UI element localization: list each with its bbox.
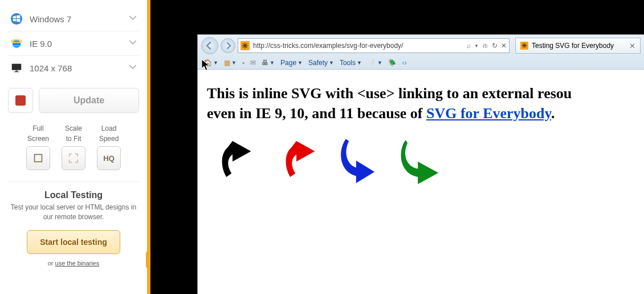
browser-selector[interactable]: IE 9.0 — [8, 31, 139, 56]
forward-button[interactable] — [221, 38, 235, 53]
tool-label: Scale — [65, 124, 82, 132]
favicon-icon: ✳ — [241, 41, 250, 50]
local-testing-title: Local Testing — [8, 190, 139, 200]
firebug-icon[interactable]: 🪲 — [388, 59, 397, 67]
print-icon[interactable]: 🖶▼ — [262, 59, 275, 67]
arrow-right-icon — [224, 42, 232, 50]
url-text: http://css-tricks.com/examples/svg-for-e… — [253, 42, 403, 50]
svg-for-everybody-link[interactable]: SVG for Everybody — [426, 105, 551, 122]
browser-label: IE 9.0 — [30, 39, 129, 49]
page-text: even in IE 9, 10, and 11 because of — [207, 105, 426, 122]
safety-menu[interactable]: Safety▼ — [308, 59, 334, 67]
scale-to-fit-icon — [67, 152, 80, 164]
load-speed-button[interactable]: HQ — [97, 146, 121, 170]
or-text: or — [48, 260, 55, 267]
stop-session-button[interactable] — [8, 88, 33, 113]
page-text: This is inline SVG with <use> linking to… — [207, 85, 572, 102]
svg-rect-7 — [35, 155, 42, 162]
back-button[interactable] — [201, 37, 218, 54]
start-local-testing-button[interactable]: Start local testing — [27, 230, 120, 254]
read-mail-icon[interactable]: ✉ — [250, 59, 256, 67]
favicon-icon: ✳ — [520, 42, 528, 50]
full-screen-icon — [32, 152, 44, 164]
arrow-back-black-icon — [207, 136, 258, 187]
dev-tools-icon[interactable]: ‹› — [402, 59, 407, 67]
svg-rect-5 — [15, 71, 18, 72]
dropdown-icon[interactable]: ▼ — [474, 43, 479, 49]
tab-title: Testing SVG for Everybody — [532, 42, 614, 50]
page-text: . — [551, 105, 555, 122]
help-icon[interactable]: ❔▼ — [368, 59, 382, 67]
arrow-forward-red-icon — [271, 136, 322, 187]
tool-label: Full — [32, 124, 43, 132]
full-screen-button[interactable] — [26, 146, 50, 170]
home-icon[interactable]: 🏠▼ — [203, 59, 218, 67]
address-bar[interactable]: ✳ http://css-tricks.com/examples/svg-for… — [238, 38, 510, 53]
remote-browser-window[interactable]: ✳ http://css-tricks.com/examples/svg-for… — [197, 34, 644, 294]
update-button[interactable]: Update — [39, 88, 139, 113]
svg-rect-3 — [13, 43, 21, 45]
os-selector[interactable]: Windows 7 — [8, 7, 139, 31]
tools-menu[interactable]: Tools▼ — [340, 59, 362, 67]
arrow-left-icon — [205, 41, 214, 50]
search-icon[interactable]: ⌕ — [467, 42, 471, 50]
ie-icon — [10, 37, 23, 50]
stop-icon — [15, 95, 26, 106]
resolution-label: 1024 x 768 — [30, 63, 129, 73]
tool-label: Speed — [99, 135, 119, 143]
close-tab-icon[interactable]: ✕ — [629, 42, 635, 50]
svg-rect-6 — [14, 71, 19, 72]
chevron-down-icon — [129, 38, 137, 49]
scale-to-fit-button[interactable] — [62, 146, 85, 170]
browser-tab[interactable]: ✳ Testing SVG for Everybody ✕ — [515, 38, 641, 54]
use-binaries-link[interactable]: use the binaries — [55, 260, 100, 267]
tool-label: Screen — [27, 135, 49, 143]
page-menu[interactable]: Page▼ — [280, 59, 303, 67]
resolution-selector[interactable]: 1024 x 768 — [8, 56, 139, 80]
refresh-icon[interactable]: ↻ — [492, 42, 498, 50]
monitor-icon — [10, 62, 23, 74]
compat-view-icon[interactable]: ⫙ — [482, 42, 488, 49]
chevron-down-icon — [129, 14, 137, 24]
stop-icon[interactable]: ✕ — [501, 42, 507, 50]
tool-label: to Fit — [66, 135, 81, 143]
chevron-down-icon — [129, 63, 137, 73]
arrow-down-blue-icon — [335, 136, 386, 187]
tool-label: Load — [101, 124, 117, 132]
arrow-left-green-icon — [398, 136, 450, 187]
feeds-icon[interactable]: ▦▼ — [224, 59, 237, 67]
local-testing-desc: Test your local server or HTML designs i… — [8, 203, 139, 222]
svg-rect-4 — [12, 64, 22, 70]
windows-icon — [10, 13, 23, 25]
os-label: Windows 7 — [30, 14, 129, 24]
